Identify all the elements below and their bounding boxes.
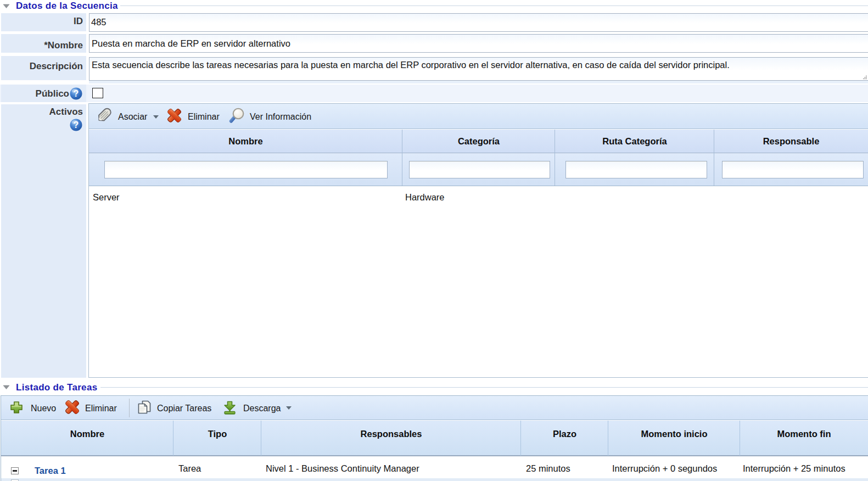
svg-text:?: ? (74, 120, 79, 130)
svg-text:?: ? (74, 89, 79, 98)
